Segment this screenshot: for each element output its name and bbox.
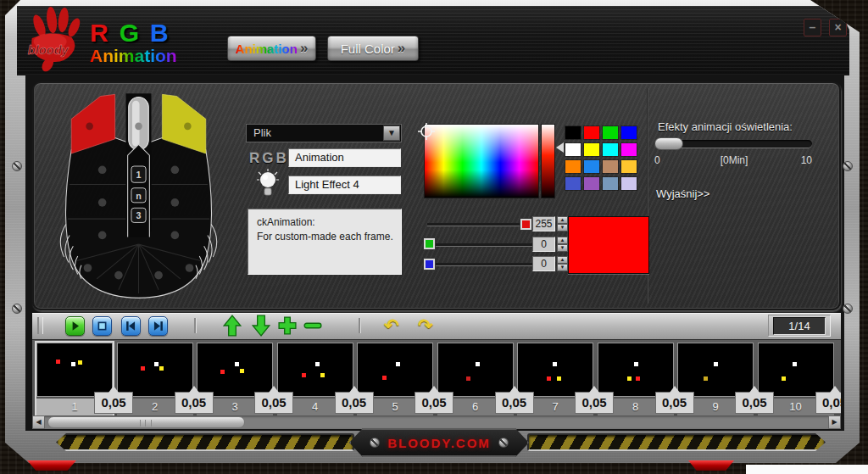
frame-duration[interactable]: 0,05 <box>415 392 453 414</box>
color-swatch[interactable] <box>603 126 618 139</box>
bloody-com-badge[interactable]: BLOODY.COM <box>349 428 529 457</box>
color-swatch[interactable] <box>584 160 599 173</box>
screw-icon <box>843 161 853 171</box>
frame-thumbnail <box>197 343 273 397</box>
toolbar-separator <box>359 318 361 333</box>
frame-duration[interactable]: 0,05 <box>94 392 133 414</box>
blue-slider-handle[interactable] <box>424 259 435 270</box>
app-title-animation: Animation <box>90 46 177 66</box>
chevron-right-icon: » <box>300 40 308 57</box>
frame-duration[interactable]: 0,05 <box>495 392 534 414</box>
color-swatch[interactable] <box>565 126 581 139</box>
add-frame-button[interactable] <box>278 316 297 338</box>
mode-field[interactable]: Animation <box>288 148 401 167</box>
green-slider-track[interactable] <box>427 243 532 247</box>
blue-value-field[interactable]: 0 <box>532 256 555 271</box>
color-swatch[interactable] <box>565 160 581 173</box>
spinner-down-icon[interactable]: ▼ <box>557 224 568 231</box>
effects-slider-handle[interactable] <box>654 137 683 150</box>
scroll-right-button[interactable]: ▶ <box>828 415 841 429</box>
toolbar-separator <box>194 318 197 333</box>
red-slider-track[interactable] <box>427 223 532 226</box>
color-swatch[interactable] <box>584 143 599 156</box>
desktop-background-strip <box>746 465 868 474</box>
frame-duration[interactable]: 0,05 <box>815 392 842 414</box>
skip-to-start-button[interactable] <box>121 316 141 336</box>
filmstrip-scrollbar[interactable]: ◀ ▶ <box>32 415 841 429</box>
scroll-left-button[interactable]: ◀ <box>32 415 45 429</box>
brand-text: bloody <box>28 43 70 57</box>
frame-thumbnail <box>277 343 353 397</box>
spinner-up-icon[interactable]: ▲ <box>557 237 568 244</box>
arrow-up-icon <box>223 315 242 337</box>
close-button[interactable]: × <box>829 19 847 36</box>
frame-duration[interactable]: 0,05 <box>575 392 614 414</box>
led-dot <box>704 376 708 381</box>
green-slider-handle[interactable] <box>424 238 435 249</box>
color-swatch[interactable] <box>584 177 599 190</box>
tab-full-color[interactable]: Full Color » <box>327 36 419 61</box>
screw-icon <box>12 161 22 171</box>
blue-slider-track[interactable] <box>427 263 532 266</box>
color-swatch[interactable] <box>621 160 637 173</box>
move-frame-down-button[interactable] <box>252 315 270 337</box>
explain-link[interactable]: Wyjaśnij>> <box>656 187 709 200</box>
dropdown-arrow-icon[interactable]: ▼ <box>383 125 400 141</box>
color-gradient-field[interactable] <box>424 124 539 198</box>
file-dropdown[interactable]: Plik ▼ <box>246 124 402 142</box>
color-swatch[interactable] <box>565 177 581 190</box>
tab-animation[interactable]: Animation » <box>227 36 316 61</box>
value-bar[interactable] <box>541 124 555 198</box>
move-frame-up-button[interactable] <box>223 315 242 337</box>
color-swatch[interactable] <box>603 160 618 173</box>
led-dot <box>315 362 320 366</box>
red-slider-handle[interactable] <box>520 219 531 230</box>
frame-duration[interactable]: 0,05 <box>254 392 293 414</box>
color-swatch[interactable] <box>621 177 637 190</box>
effects-title: Efekty animacji oświetlenia: <box>658 120 836 133</box>
value-bar-arrow-icon[interactable] <box>556 142 564 153</box>
undo-icon: ↶ <box>384 315 399 335</box>
color-swatch[interactable] <box>584 126 599 139</box>
scrollbar-thumb[interactable] <box>47 416 245 428</box>
frame-thumbnail <box>758 343 834 397</box>
frame-counter: 1/14 <box>773 317 826 335</box>
light-effect-field[interactable]: Light Effect 4 <box>288 176 401 194</box>
spinner-down-icon[interactable]: ▼ <box>557 244 568 252</box>
mouse-diagram[interactable]: 1 n 3 <box>47 90 230 306</box>
color-swatch[interactable] <box>621 126 637 139</box>
skip-to-end-button[interactable] <box>148 316 168 336</box>
stop-icon <box>94 318 110 334</box>
spinner-up-icon[interactable]: ▲ <box>557 216 568 224</box>
description-line-2: For custom-made each frame. <box>257 230 401 244</box>
remove-frame-button[interactable] <box>303 316 322 338</box>
hazard-stripe-right <box>527 433 826 451</box>
green-value-field[interactable]: 0 <box>532 237 555 252</box>
led-dot <box>240 369 244 373</box>
redo-button[interactable]: ↷ <box>418 315 433 337</box>
screw-icon <box>498 438 509 448</box>
swatch-grid <box>565 126 637 190</box>
color-swatch[interactable] <box>603 177 618 190</box>
frame-duration[interactable]: 0,05 <box>735 392 774 414</box>
play-button[interactable] <box>65 316 85 336</box>
frame-duration[interactable]: 0,05 <box>335 392 374 414</box>
led-dot <box>56 360 60 364</box>
spinner-up-icon[interactable]: ▲ <box>557 256 568 264</box>
mouse-button-1-label: 1 <box>136 170 142 180</box>
screw-icon <box>12 304 22 314</box>
arrow-down-icon <box>252 315 270 337</box>
red-value-field[interactable]: 255 <box>532 216 555 231</box>
frame-duration[interactable]: 0,05 <box>655 392 694 414</box>
led-dot <box>382 376 387 380</box>
toolbar-grip <box>37 317 43 334</box>
frame-duration[interactable]: 0,05 <box>175 392 214 414</box>
stop-button[interactable] <box>92 316 112 336</box>
undo-button[interactable]: ↶ <box>384 315 399 337</box>
spinner-down-icon[interactable]: ▼ <box>557 264 568 271</box>
color-swatch[interactable] <box>621 143 637 156</box>
color-swatch[interactable] <box>565 143 581 156</box>
color-swatch[interactable] <box>603 143 618 156</box>
minimize-button[interactable]: – <box>804 19 821 36</box>
bloody-logo: bloody <box>22 7 88 73</box>
